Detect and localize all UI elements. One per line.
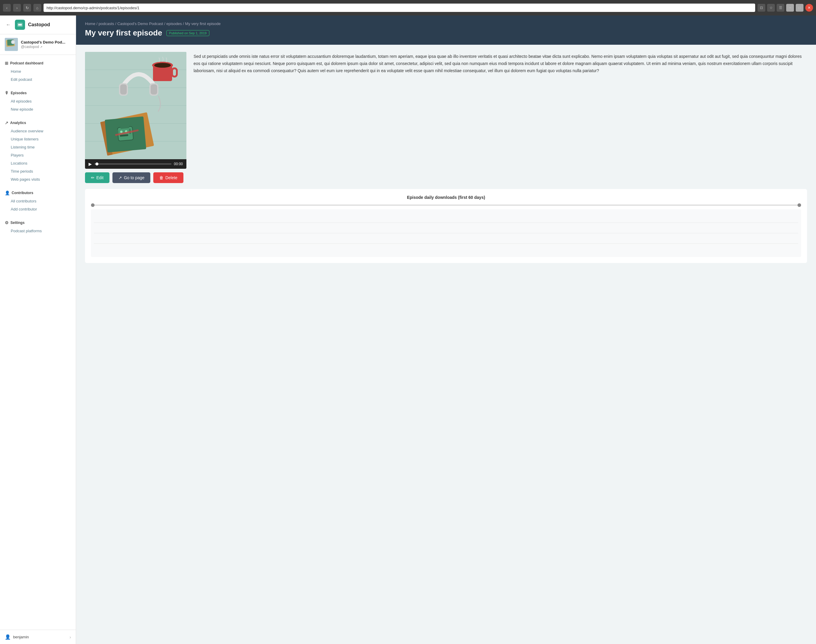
- dashboard-icon: ⊞: [5, 61, 8, 66]
- sidebar-item-web-pages-visits[interactable]: Web pages visits: [0, 175, 76, 183]
- section-analytics: ↗ Analytics Audience overview Unique lis…: [0, 115, 76, 184]
- sidebar: ← Castopod: [0, 15, 76, 644]
- chart-area: [91, 209, 801, 257]
- menu-button[interactable]: ☰: [777, 4, 784, 12]
- minimize-button[interactable]: −: [786, 4, 794, 12]
- page-title-row: My very first episode Published on Sep 1…: [85, 28, 807, 38]
- episode-image: [85, 52, 186, 159]
- svg-rect-28: [120, 84, 127, 95]
- sidebar-item-home[interactable]: Home: [0, 67, 76, 75]
- edit-button[interactable]: ✏ Edit: [85, 172, 109, 183]
- app-name-label: Castopod: [28, 22, 50, 28]
- external-link-icon: ↗: [118, 175, 122, 180]
- user-profile[interactable]: 👤 benjamin: [5, 634, 29, 640]
- page-title: My very first episode: [85, 28, 162, 38]
- sidebar-item-edit-podcast[interactable]: Edit podcast: [0, 75, 76, 83]
- podcast-card[interactable]: Castopod's Demo Pod... @castopod ↗: [0, 34, 76, 55]
- refresh-button[interactable]: ↻: [23, 4, 31, 12]
- page-header: Home / podcasts / Castopod's Demo Podcas…: [76, 15, 816, 45]
- contributors-icon: 👤: [5, 190, 10, 195]
- bookmark-button[interactable]: ☆: [767, 4, 775, 12]
- sidebar-item-players[interactable]: Players: [0, 151, 76, 159]
- progress-thumb: [95, 163, 98, 166]
- section-contributors: 👤 Contributors All contributors Add cont…: [0, 184, 76, 215]
- back-button[interactable]: ‹: [3, 4, 11, 12]
- external-link-icon: ↗: [40, 45, 42, 49]
- sidebar-item-locations[interactable]: Locations: [0, 159, 76, 167]
- sidebar-footer: 👤 benjamin ›: [0, 630, 76, 644]
- published-badge: Published on Sep 1, 2019: [166, 30, 209, 36]
- sidebar-item-listening-time[interactable]: Listening time: [0, 143, 76, 151]
- episode-top: ▶ 00:00 ✏ Edit ↗ G: [85, 52, 807, 183]
- browser-chrome: ‹ › ↻ ⌂ ⊡ ☆ ☰ − □ ✕: [0, 0, 816, 15]
- sidebar-item-podcast-platforms[interactable]: Podcast platforms: [0, 227, 76, 235]
- microphone-icon: 🎙: [5, 90, 9, 95]
- time-display: 00:00: [174, 162, 183, 166]
- progress-track[interactable]: [94, 163, 172, 164]
- section-title-episodes: 🎙 Episodes: [0, 89, 76, 97]
- svg-rect-3: [18, 24, 21, 25]
- page-body: ▶ 00:00 ✏ Edit ↗ G: [76, 45, 816, 270]
- sidebar-item-new-episode[interactable]: New episode: [0, 105, 76, 113]
- podcast-image: [5, 38, 18, 51]
- section-podcast-dashboard: ⊞ Podcast dashboard Home Edit podcast: [0, 55, 76, 85]
- maximize-button[interactable]: □: [796, 4, 804, 12]
- sidebar-back-button[interactable]: ←: [5, 21, 12, 28]
- svg-point-8: [12, 41, 14, 43]
- svg-rect-30: [150, 84, 157, 95]
- svg-point-34: [154, 63, 171, 67]
- user-chevron-icon: ›: [69, 635, 71, 639]
- podcast-info: Castopod's Demo Pod... @castopod ↗: [21, 40, 71, 49]
- sidebar-header: ← Castopod: [0, 15, 76, 34]
- range-slider[interactable]: [91, 204, 801, 206]
- section-settings: ⚙ Settings Podcast platforms: [0, 215, 76, 236]
- podcast-thumbnail: [5, 38, 18, 51]
- main-content: Home / podcasts / Castopod's Demo Podcas…: [76, 15, 816, 644]
- goto-page-button[interactable]: ↗ Go to page: [112, 172, 150, 183]
- play-button[interactable]: ▶: [89, 162, 92, 166]
- sidebar-item-time-periods[interactable]: Time periods: [0, 167, 76, 175]
- sidebar-item-all-episodes[interactable]: All episodes: [0, 97, 76, 105]
- chart-range: [91, 204, 801, 206]
- section-episodes: 🎙 Episodes All episodes New episode: [0, 85, 76, 115]
- app-container: ← Castopod: [0, 15, 816, 644]
- close-button[interactable]: ✕: [805, 4, 813, 12]
- section-title-settings: ⚙ Settings: [0, 219, 76, 227]
- reader-mode-button[interactable]: ⊡: [758, 4, 765, 12]
- section-title-podcast-dashboard: ⊞ Podcast dashboard: [0, 60, 76, 67]
- app-logo: [15, 20, 25, 30]
- podcast-handle: @castopod ↗: [21, 45, 71, 49]
- episode-description: Sed ut perspiciatis unde omnis iste natu…: [193, 52, 807, 183]
- sidebar-item-all-contributors[interactable]: All contributors: [0, 197, 76, 205]
- settings-icon: ⚙: [5, 220, 9, 225]
- address-bar[interactable]: [43, 3, 755, 12]
- edit-icon: ✏: [91, 175, 95, 180]
- episode-image-bg: [85, 52, 186, 159]
- section-title-contributors: 👤 Contributors: [0, 189, 76, 197]
- chart-title: Episode daily downloads (first 60 days): [91, 195, 801, 200]
- username-label: benjamin: [13, 635, 29, 639]
- forward-button[interactable]: ›: [13, 4, 21, 12]
- chart-section: Episode daily downloads (first 60 days): [85, 189, 807, 263]
- breadcrumb: Home / podcasts / Castopod's Demo Podcas…: [85, 21, 807, 26]
- analytics-icon: ↗: [5, 120, 8, 125]
- range-thumb-right[interactable]: [798, 203, 801, 207]
- home-button[interactable]: ⌂: [34, 4, 41, 12]
- sidebar-item-add-contributor[interactable]: Add contributor: [0, 205, 76, 213]
- podcast-name: Castopod's Demo Pod...: [21, 40, 71, 45]
- nav-sections: ⊞ Podcast dashboard Home Edit podcast 🎙 …: [0, 55, 76, 236]
- sidebar-item-audience-overview[interactable]: Audience overview: [0, 127, 76, 135]
- episode-actions: ✏ Edit ↗ Go to page 🗑 Delete: [85, 172, 186, 183]
- episode-media: ▶ 00:00 ✏ Edit ↗ G: [85, 52, 186, 183]
- delete-button[interactable]: 🗑 Delete: [153, 172, 183, 183]
- browser-actions: ⊡ ☆ ☰ − □ ✕: [758, 4, 813, 12]
- range-thumb-left[interactable]: [91, 203, 95, 207]
- sidebar-item-unique-listeners[interactable]: Unique listeners: [0, 135, 76, 143]
- breadcrumb-text: Home / podcasts / Castopod's Demo Podcas…: [85, 21, 221, 26]
- user-icon: 👤: [5, 634, 11, 640]
- audio-player: ▶ 00:00: [85, 159, 186, 169]
- trash-icon: 🗑: [159, 175, 163, 180]
- section-title-analytics: ↗ Analytics: [0, 119, 76, 127]
